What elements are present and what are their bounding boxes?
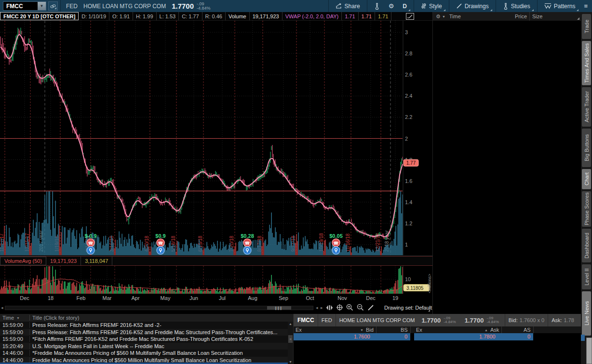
vwap-value: 1.71 <box>359 12 375 20</box>
drawing-set-label[interactable]: Drawing set: Default <box>384 305 432 311</box>
svg-text:$-0.9: $-0.9 <box>84 233 96 239</box>
news-scrollbar[interactable]: ▲ ≡ ▼ <box>288 322 293 364</box>
l2-col-ex-left[interactable]: Ex <box>296 327 302 333</box>
svg-text:☎: ☎ <box>88 241 93 246</box>
tab-chart[interactable]: Chart <box>582 169 591 189</box>
tab-dashboard[interactable]: Dashboard <box>582 229 591 262</box>
news-title: U.S. Mortgage Rates Fall in Latest Week … <box>30 343 164 349</box>
tns-col-time: Time <box>449 13 461 19</box>
bid-price-cell: 1.7600 <box>354 334 370 339</box>
chart-header: FMCC 20 Y 1D [OTC OTHER] D:1/10/19O:1.91… <box>0 12 432 21</box>
tab-active-trader[interactable]: Active Trader <box>582 87 591 127</box>
news-col-title[interactable]: Title (Click for story) <box>30 315 79 321</box>
news-col-time[interactable]: Time ▼ <box>0 315 30 321</box>
draw-pencil-icon[interactable] <box>367 304 374 311</box>
share-label: Share <box>345 3 360 10</box>
scroll-step-left[interactable]: ◂ <box>316 305 318 310</box>
news-title: Press Release: Fitch Affirms FREMF 2016-… <box>30 322 161 328</box>
tab-trade[interactable]: Trade <box>582 14 591 39</box>
l2-company: HOME LOAN MTG CORP COM <box>339 317 415 323</box>
svg-text:<millions>: <millions> <box>427 273 432 293</box>
ask-price-cell: 1.7800 <box>479 334 496 339</box>
vwap-label: VWAP (-2.0, 2.0, DAY) <box>283 12 342 20</box>
style-button[interactable]: Style <box>417 0 446 12</box>
separator <box>328 0 329 12</box>
ohlc-field: O:1.91 <box>109 12 133 20</box>
volume-subchart[interactable]: 103.11805<millions> <box>0 266 432 294</box>
news-list: 15:59:00Press Release: Fitch Affirms FRE… <box>0 322 288 364</box>
zoom-in-icon[interactable] <box>346 304 353 311</box>
tab-live-news[interactable]: Live News <box>582 291 591 336</box>
l2-col-bs[interactable]: BS <box>401 327 408 333</box>
tns-resize-corner[interactable] <box>577 17 579 20</box>
settings-button[interactable]: ⚙ <box>384 0 399 12</box>
column-divider <box>376 326 377 333</box>
tns-dropdown-icon[interactable]: ▼ <box>442 15 445 18</box>
symbol-input[interactable]: FMCC ▼ <box>3 1 46 11</box>
interval-label: D <box>403 3 407 10</box>
interval-button[interactable]: D <box>398 0 411 12</box>
time-axis: Dec18FebMarAprMayJunJulAugSepOctNovDec19 <box>0 294 432 303</box>
analyze-button[interactable] <box>370 0 384 12</box>
tns-gear-icon[interactable]: ⚙ <box>436 13 441 20</box>
l2-col-ex-right[interactable]: Ex <box>416 327 422 333</box>
chart-scrollbar[interactable]: ▌▌▌ <box>5 306 313 310</box>
level2-quote-bar: FMCC FED HOME LOAN MTG CORP COM 1.7700 -… <box>294 314 581 326</box>
news-time-label: Time <box>2 315 14 321</box>
svg-text:3: 3 <box>405 29 408 35</box>
news-row[interactable]: 15:20:49U.S. Mortgage Rates Fall in Late… <box>0 343 288 350</box>
news-time: 15:59:00 <box>0 322 30 328</box>
link-button[interactable] <box>48 1 58 11</box>
news-title: Freddie Mac Announces Pricing of $560 Mi… <box>30 357 251 363</box>
chart-scrollbar-thumb[interactable]: ▌▌▌ <box>267 306 291 310</box>
scroll-step-right[interactable]: ▸ <box>321 305 323 310</box>
menu-button[interactable]: ≡ <box>579 0 592 12</box>
drawings-button[interactable]: Drawings <box>452 0 493 12</box>
l2-col-as[interactable]: AS <box>524 327 531 333</box>
l2-col-ask[interactable]: Ask <box>490 327 499 333</box>
ohlc-field: R:0.46 <box>202 12 226 20</box>
svg-text:2.2: 2.2 <box>405 114 412 120</box>
scroll-up-icon[interactable]: ▲ <box>288 322 293 325</box>
l2-col-bid[interactable]: Bid <box>366 327 374 333</box>
tab-times-and-sales[interactable]: Times And Sales <box>582 41 591 85</box>
level2-quote-row[interactable]: 1.7600 0 1.7800 0 <box>294 333 581 340</box>
studies-button[interactable]: Studies <box>498 0 535 12</box>
tab-phase-scores[interactable]: Phase Scores <box>582 191 591 227</box>
l2-change1-pct: -4.84% <box>444 320 456 324</box>
price-chart[interactable]: 32.82.62.42.221.81.61.41.212017 year2018… <box>0 21 432 256</box>
news-row[interactable]: 15:59:00*Fitch Affirms FREMF 2016-K52 an… <box>0 336 288 343</box>
news-row[interactable]: 15:59:00Press Release: Fitch Affirms FRE… <box>0 329 288 336</box>
news-row[interactable]: 14:46:00*Freddie Mac Announces Pricing o… <box>0 350 288 357</box>
separator <box>367 0 367 12</box>
volume-label: Volume <box>226 12 250 20</box>
ask-row-highlight <box>414 333 533 340</box>
news-scroll-thumb[interactable]: ≡ <box>288 335 293 343</box>
tab-level-ii[interactable]: Level II <box>582 264 591 289</box>
zoom-out-icon[interactable] <box>357 304 364 311</box>
scroll-left-arrow[interactable]: ◂ <box>1 305 3 310</box>
volumeavg-value1: 19,171,923 <box>46 257 81 265</box>
share-button[interactable]: Share <box>331 0 364 12</box>
symbol-dropdown-icon[interactable]: ▼ <box>38 2 46 10</box>
news-row[interactable]: 15:59:00Press Release: Fitch Affirms FRE… <box>0 322 288 329</box>
top-toolbar: FMCC ▼ FED HOME LOAN MTG CORP COM 1.7700… <box>0 0 592 12</box>
svg-text:2: 2 <box>405 136 408 142</box>
times-and-sales-panel: ⚙ ▼ Time Price Size <box>432 12 581 314</box>
studies-flask-icon <box>503 3 509 10</box>
tns-col-size: Size <box>532 13 542 19</box>
strip-scrollbar[interactable] <box>586 338 592 364</box>
tab-big-buttons[interactable]: Big Buttons <box>582 129 591 167</box>
axis-month-label: Jun <box>184 295 203 301</box>
patterns-button[interactable]: Patterns <box>540 0 580 12</box>
axis-month-label: Oct <box>300 295 320 301</box>
news-time: 14:46:00 <box>0 357 30 363</box>
axis-month-label: Dec <box>361 295 380 301</box>
drawings-label: Drawings <box>465 3 489 10</box>
svg-text:1.4: 1.4 <box>405 199 412 205</box>
crosshair-icon[interactable] <box>336 304 343 311</box>
chart-style-icon[interactable] <box>406 13 414 20</box>
svg-text:2.6: 2.6 <box>405 72 412 78</box>
scroll-down-icon[interactable]: ▼ <box>288 360 293 364</box>
pan-icon[interactable] <box>326 305 333 311</box>
